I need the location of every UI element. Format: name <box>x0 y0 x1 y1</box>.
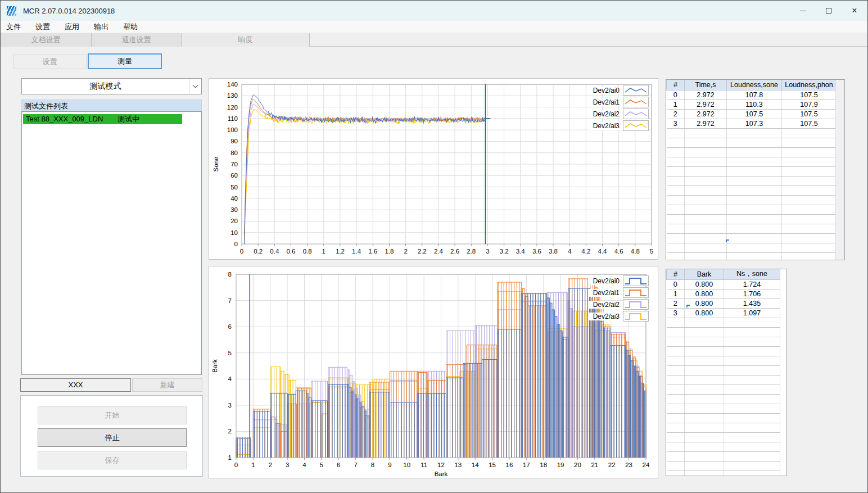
menu-file[interactable]: 文件 <box>1 22 26 32</box>
table-row-empty[interactable] <box>667 252 837 260</box>
table-cell <box>667 451 685 461</box>
table-row-empty[interactable] <box>667 176 837 186</box>
table-row-empty[interactable] <box>667 404 780 413</box>
new-button[interactable]: 新建 <box>132 378 202 392</box>
table-row-empty[interactable] <box>667 195 837 205</box>
subtab-settings[interactable]: 设置 <box>13 55 87 69</box>
table-row-empty[interactable] <box>667 128 837 138</box>
table-row-empty[interactable] <box>667 365 780 375</box>
table-cell[interactable]: 110.3 <box>727 99 782 109</box>
table-row[interactable]: 22.972107.5107.5 <box>667 109 837 119</box>
table-row-empty[interactable] <box>667 394 780 404</box>
table-row-empty[interactable] <box>667 471 780 476</box>
table-row-empty[interactable] <box>667 356 780 365</box>
minimize-button[interactable] <box>790 1 816 21</box>
table-row-empty[interactable] <box>667 205 837 214</box>
column-header[interactable]: Time,s <box>685 80 727 90</box>
table-row-empty[interactable] <box>667 461 780 471</box>
subtab-measure[interactable]: 测量 <box>88 53 162 69</box>
column-header[interactable]: Bark <box>685 269 724 279</box>
table-row-empty[interactable] <box>667 346 780 356</box>
table-cell[interactable]: 107.5 <box>727 109 782 119</box>
close-button[interactable]: × <box>842 1 867 21</box>
table-row-empty[interactable] <box>667 442 780 451</box>
table-cell[interactable]: 2.972 <box>685 99 727 109</box>
table-row-empty[interactable] <box>667 243 837 252</box>
column-header[interactable]: # <box>667 269 685 279</box>
table-row[interactable]: 10.8001.706 <box>667 289 780 298</box>
table-row-empty[interactable] <box>667 138 837 147</box>
dropdown-arrow-box[interactable] <box>189 79 201 94</box>
table-row-empty[interactable] <box>667 375 780 385</box>
column-header[interactable]: Loudness,phon <box>782 80 837 90</box>
table-cell[interactable]: 0 <box>667 90 685 99</box>
menu-output[interactable]: 输出 <box>88 22 114 32</box>
table-row-empty[interactable] <box>667 451 780 461</box>
table-cell[interactable]: 0.800 <box>685 279 724 289</box>
save-button[interactable]: 保存 <box>38 451 187 469</box>
table-cell[interactable]: 1.724 <box>724 279 780 289</box>
table-row[interactable]: 32.972107.3107.5 <box>667 119 837 128</box>
table-cell[interactable]: 0 <box>667 279 685 289</box>
table-row-empty[interactable] <box>667 413 780 423</box>
table-row[interactable]: 30.8001.097 <box>667 308 780 318</box>
table-row-empty[interactable] <box>667 337 780 346</box>
table-row-empty[interactable] <box>667 233 837 243</box>
start-button[interactable]: 开始 <box>38 406 187 424</box>
menu-settings[interactable]: 设置 <box>30 22 56 32</box>
table-cell[interactable]: 1.435 <box>724 298 780 308</box>
test-mode-dropdown[interactable]: 测试模式 <box>21 78 202 94</box>
table-row-empty[interactable] <box>667 385 780 394</box>
table-row[interactable]: 12.972110.3107.9 <box>667 99 837 109</box>
table-row-empty[interactable] <box>667 147 837 157</box>
table-cell[interactable]: 107.9 <box>782 99 837 109</box>
table-cell[interactable]: 2 <box>667 298 685 308</box>
table-row-empty[interactable] <box>667 327 780 337</box>
table-row-empty[interactable] <box>667 423 780 432</box>
tab-document-settings[interactable]: 文档设置 <box>1 33 92 47</box>
table-row-empty[interactable] <box>667 318 780 327</box>
svg-text:120: 120 <box>227 104 238 111</box>
table-cell[interactable]: 1.706 <box>724 289 780 298</box>
table-cell[interactable]: 0.800 <box>685 298 724 308</box>
table-cell[interactable]: 3 <box>667 119 685 128</box>
column-header[interactable]: # <box>667 80 685 90</box>
maximize-button[interactable] <box>816 1 842 21</box>
table-cell[interactable]: 1 <box>667 289 685 298</box>
table-row-empty[interactable] <box>667 166 837 176</box>
table-cell[interactable]: 0.800 <box>685 308 724 318</box>
table-row-empty[interactable] <box>667 224 837 233</box>
table-cell[interactable]: 107.5 <box>782 90 837 99</box>
menu-apply[interactable]: 应用 <box>59 22 85 32</box>
table-cell[interactable]: 107.8 <box>727 90 782 99</box>
table-row[interactable]: 20.8001.435 <box>667 298 780 308</box>
table-cell <box>685 375 724 385</box>
table-cell[interactable]: 1.097 <box>724 308 780 318</box>
list-item-active[interactable]: Test 88_XXX_009_LDN 测试中 <box>23 114 182 124</box>
table-row[interactable]: 00.8001.724 <box>667 279 780 289</box>
column-header[interactable]: Loudness,sone <box>727 80 782 90</box>
table-cell[interactable]: 107.5 <box>782 119 837 128</box>
stop-button[interactable]: 停止 <box>38 428 187 447</box>
tab-channel-settings[interactable]: 通道设置 <box>92 33 182 47</box>
table-cell[interactable]: 2.972 <box>685 109 727 119</box>
table-cell[interactable]: 107.3 <box>727 119 782 128</box>
table-cell[interactable]: 107.5 <box>782 109 837 119</box>
column-header[interactable]: Ns，sone <box>724 269 780 279</box>
menu-help[interactable]: 帮助 <box>117 22 143 32</box>
table-cell[interactable]: 1 <box>667 99 685 109</box>
table-cell[interactable]: 2.972 <box>685 119 727 128</box>
scrollbar-track[interactable] <box>835 80 844 260</box>
table-cell[interactable]: 0.800 <box>685 289 724 298</box>
table-row[interactable]: 02.972107.8107.5 <box>667 90 837 99</box>
table-cell[interactable]: 3 <box>667 308 685 318</box>
tab-loudness[interactable]: 响度 <box>182 33 310 47</box>
table-row-empty[interactable] <box>667 432 780 442</box>
table-row-empty[interactable] <box>667 186 837 195</box>
xxx-button[interactable]: XXX <box>20 378 131 392</box>
table-cell[interactable]: 2.972 <box>685 90 727 99</box>
table-row-empty[interactable] <box>667 157 837 166</box>
test-file-listbox[interactable]: Test 88_XXX_009_LDN 测试中 <box>21 111 202 375</box>
table-row-empty[interactable] <box>667 214 837 224</box>
table-cell[interactable]: 2 <box>667 109 685 119</box>
